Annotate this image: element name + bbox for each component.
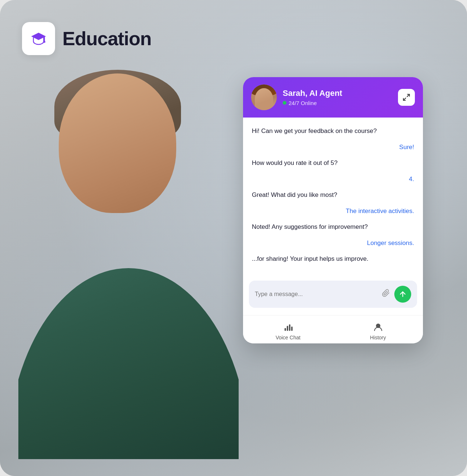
chat-bottom-nav: Voice Chat History [243, 315, 423, 343]
nav-item-voice-chat[interactable]: Voice Chat [243, 321, 333, 340]
send-button[interactable] [394, 286, 411, 303]
chat-widget: Sarah, AI Agent 24/7 Online Hi! Can we g… [243, 77, 423, 343]
app-background: Education Sarah, AI Agent 24/7 Online [0, 0, 467, 476]
history-icon [373, 321, 384, 332]
message-row: ...for sharing! Your input helps us impr… [252, 254, 414, 264]
person-head [59, 73, 176, 213]
chat-input-row [249, 281, 417, 308]
agent-message: ...for sharing! Your input helps us impr… [252, 254, 414, 264]
message-row: How would you rate it out of 5? [252, 158, 414, 168]
agent-message: How would you rate it out of 5? [252, 158, 414, 168]
history-label: History [370, 335, 386, 340]
user-message: Sure! [252, 143, 414, 152]
user-message: The interactive activities. [252, 206, 414, 216]
message-row: Sure! [252, 143, 414, 152]
message-row: Noted! Any suggestions for improvement? [252, 222, 414, 232]
avatar-face [255, 88, 273, 110]
chat-input[interactable] [255, 291, 377, 298]
message-row: 4. [252, 174, 414, 184]
agent-name: Sarah, AI Agent [283, 89, 392, 98]
agent-message: Hi! Can we get your feedback on the cour… [252, 126, 414, 136]
message-row: Hi! Can we get your feedback on the cour… [252, 126, 414, 136]
voice-chat-label: Voice Chat [276, 335, 301, 340]
nav-item-history[interactable]: History [333, 321, 423, 340]
agent-message: Noted! Any suggestions for improvement? [252, 222, 414, 232]
status-text: 24/7 Online [289, 100, 317, 106]
svg-rect-8 [291, 327, 293, 331]
svg-rect-6 [287, 326, 288, 331]
education-icon-box [22, 22, 55, 55]
education-header: Education [22, 22, 151, 55]
message-row: Great! What did you like most? [252, 190, 414, 200]
agent-message: Great! What did you like most? [252, 190, 414, 200]
message-row: Longer sessions. [252, 238, 414, 248]
agent-status-row: 24/7 Online [283, 100, 392, 106]
chat-header: Sarah, AI Agent 24/7 Online [243, 77, 423, 118]
expand-button[interactable] [398, 89, 415, 106]
user-message: 4. [252, 174, 414, 184]
chat-messages: Hi! Can we get your feedback on the cour… [243, 118, 423, 276]
chat-input-area [243, 276, 423, 315]
svg-rect-5 [285, 328, 286, 331]
education-title: Education [62, 28, 151, 50]
svg-rect-7 [289, 324, 290, 331]
online-dot [283, 101, 286, 105]
agent-info: Sarah, AI Agent 24/7 Online [283, 89, 392, 106]
user-message: Longer sessions. [252, 238, 414, 248]
attach-icon[interactable] [382, 289, 390, 299]
svg-point-1 [44, 41, 46, 43]
agent-avatar [251, 84, 277, 110]
expand-icon [402, 93, 410, 101]
send-icon [399, 290, 407, 298]
message-row: The interactive activities. [252, 206, 414, 216]
voice-chat-icon [283, 321, 294, 332]
graduation-cap-icon [30, 30, 47, 47]
